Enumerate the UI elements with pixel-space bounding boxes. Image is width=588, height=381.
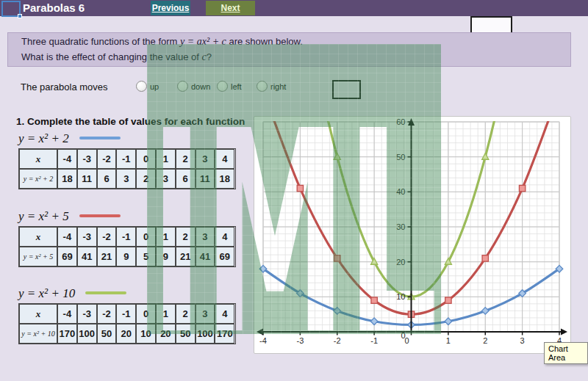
svg-text:2: 2 <box>483 336 487 345</box>
x-value-cell: -1 <box>116 227 136 247</box>
y-value-cell[interactable]: 6 <box>176 169 196 189</box>
function-table-block: y = x² + 5x-4-3-2-101234y = x² + 5694121… <box>18 209 239 267</box>
section-heading: 1. Complete the table of values for each… <box>16 116 245 127</box>
y-value-cell[interactable]: 5 <box>136 247 156 266</box>
y-value-cell[interactable]: 41 <box>77 247 97 266</box>
previous-button[interactable]: Previous <box>151 1 190 15</box>
x-value-cell: 2 <box>176 149 196 169</box>
answer-box[interactable] <box>332 80 361 99</box>
function-table-block: y = x² + 10x-4-3-2-101234y = x² + 101701… <box>18 286 239 344</box>
y-value-cell[interactable]: 3 <box>116 169 136 189</box>
radio-label: left <box>231 82 242 91</box>
radio-option-left[interactable]: left <box>217 81 242 92</box>
page-title: Parabolas 6 <box>23 1 85 14</box>
chart-panel[interactable]: -4-3-2-1012340102030405060 <box>254 116 571 354</box>
x-value-cell: 0 <box>136 227 156 247</box>
x-value-cell: 1 <box>156 149 176 169</box>
svg-text:30: 30 <box>396 222 405 231</box>
svg-text:60: 60 <box>396 117 405 126</box>
svg-text:-4: -4 <box>259 336 267 345</box>
y-value-cell[interactable]: 41 <box>196 247 215 266</box>
svg-text:1: 1 <box>446 336 451 345</box>
chart-area-tooltip: Chart Area <box>544 342 588 364</box>
x-value-cell: -4 <box>57 304 77 324</box>
function-table-block: y = x² + 2x-4-3-2-101234y = x² + 2181163… <box>18 131 239 189</box>
x-value-cell: 2 <box>176 227 196 247</box>
series-color-swatch <box>85 291 126 294</box>
x-value-cell: -4 <box>57 149 77 169</box>
y-value-cell[interactable]: 50 <box>176 324 196 344</box>
y-value-cell[interactable]: 69 <box>57 247 77 266</box>
x-value-cell: 3 <box>196 227 215 247</box>
radio-option-up[interactable]: up <box>136 81 159 92</box>
x-header-cell: x <box>19 304 57 324</box>
function-label: y = x² + 5 <box>18 209 69 223</box>
x-value-cell: -3 <box>77 149 97 169</box>
y-value-cell[interactable]: 11 <box>77 169 97 189</box>
x-value-cell: 2 <box>176 304 196 324</box>
y-value-cell[interactable]: 3 <box>156 169 176 189</box>
function-label: y = x² + 10 <box>18 286 75 300</box>
cell-fill-handle[interactable] <box>18 14 22 18</box>
y-value-cell[interactable]: 21 <box>97 247 117 266</box>
x-value-cell: -1 <box>116 304 136 324</box>
svg-text:10: 10 <box>396 292 405 301</box>
title-bar: Parabolas 6 Previous Next <box>0 0 588 16</box>
next-button[interactable]: Next <box>206 1 255 15</box>
y-value-cell[interactable]: 18 <box>215 169 234 189</box>
y-value-cell[interactable]: 21 <box>176 247 196 266</box>
x-header-cell: x <box>19 227 57 247</box>
x-value-cell: -2 <box>97 149 117 169</box>
banner-line-2: What is the effect of changing the value… <box>21 51 212 63</box>
y-value-cell[interactable]: 10 <box>136 324 156 344</box>
x-value-cell: -3 <box>77 227 97 247</box>
parabola-moves-prompt: The parabola moves <box>21 81 108 92</box>
y-value-cell[interactable]: 20 <box>116 324 136 344</box>
x-value-cell: -4 <box>57 227 77 247</box>
y-row-label-cell: y = x² + 2 <box>19 169 57 189</box>
series-color-swatch <box>79 137 121 139</box>
svg-text:40: 40 <box>396 187 405 196</box>
x-value-cell: 0 <box>136 149 156 169</box>
y-value-cell[interactable]: 6 <box>97 169 117 189</box>
y-value-cell[interactable]: 18 <box>57 169 77 189</box>
y-value-cell[interactable]: 170 <box>215 324 234 344</box>
radio-option-right[interactable]: right <box>257 81 286 92</box>
radio-label: up <box>150 82 159 91</box>
svg-text:-3: -3 <box>296 336 304 345</box>
x-header-cell: x <box>19 149 57 169</box>
y-value-cell[interactable]: 50 <box>97 324 117 344</box>
values-table: x-4-3-2-101234y = x² + 21811632361118 <box>18 148 236 189</box>
radio-circle-icon[interactable] <box>136 81 147 92</box>
y-value-cell[interactable]: 9 <box>116 247 136 266</box>
radio-circle-icon[interactable] <box>217 81 228 92</box>
radio-circle-icon[interactable] <box>177 81 188 92</box>
radio-label: right <box>270 82 286 91</box>
x-value-cell: 0 <box>136 304 156 324</box>
y-value-cell[interactable]: 2 <box>136 169 156 189</box>
worksheet-page: Parabolas 6 Previous Next Three quadrati… <box>0 0 588 381</box>
y-row-label-cell: y = x² + 5 <box>19 247 57 266</box>
radio-circle-icon[interactable] <box>257 81 268 92</box>
y-value-cell[interactable]: 9 <box>156 247 176 266</box>
parabola-chart: -4-3-2-1012340102030405060 <box>254 117 570 353</box>
x-value-cell: 4 <box>215 149 234 169</box>
y-value-cell[interactable]: 170 <box>57 324 77 344</box>
y-value-cell[interactable]: 20 <box>156 324 176 344</box>
svg-text:3: 3 <box>520 336 525 345</box>
y-value-cell[interactable]: 100 <box>196 324 215 344</box>
y-value-cell[interactable]: 100 <box>77 324 97 344</box>
x-value-cell: 4 <box>215 227 234 247</box>
x-value-cell: 1 <box>156 304 176 324</box>
x-value-cell: -2 <box>97 304 117 324</box>
x-value-cell: 3 <box>196 149 215 169</box>
values-table: x-4-3-2-101234y = x² + 10170100502010205… <box>18 303 236 344</box>
x-value-cell: -1 <box>116 149 136 169</box>
y-value-cell[interactable]: 11 <box>196 169 215 189</box>
y-value-cell[interactable]: 69 <box>215 247 234 266</box>
question-banner: Three quadratic functions of the form y … <box>7 32 571 67</box>
svg-text:-2: -2 <box>334 336 341 345</box>
radio-option-down[interactable]: down <box>177 81 210 92</box>
svg-text:-1: -1 <box>370 336 378 345</box>
function-label: y = x² + 2 <box>18 131 69 145</box>
